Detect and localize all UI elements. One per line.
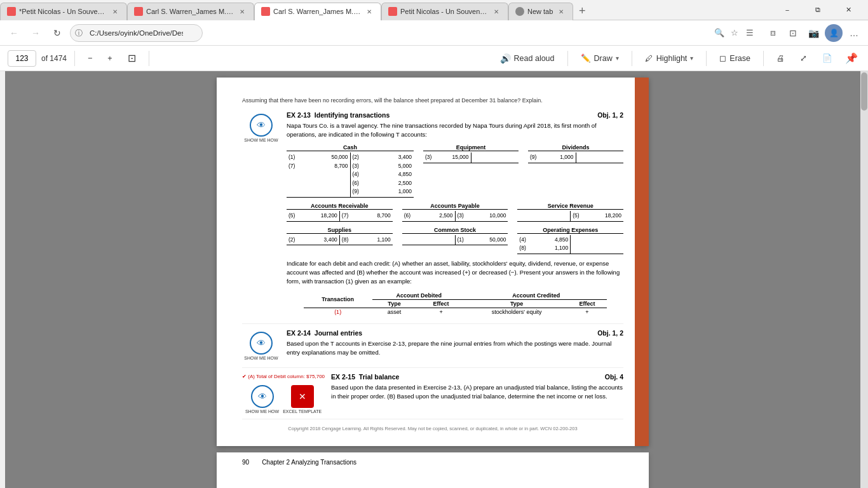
t-ar-7: (7)8,700 bbox=[342, 212, 391, 220]
t-sr-left bbox=[517, 211, 571, 221]
favorites-icon[interactable]: ☆ bbox=[728, 27, 741, 39]
t-dividends-title: Dividends bbox=[528, 144, 623, 151]
t-cash-r6: (6)2,500 bbox=[353, 179, 412, 188]
pin-button[interactable]: 📌 bbox=[843, 50, 860, 67]
draw-button[interactable]: ✏️ Draw ▾ bbox=[576, 50, 624, 67]
divider-2 bbox=[242, 367, 623, 368]
new-tab-button[interactable]: + bbox=[573, 3, 591, 20]
erase-label: Erase bbox=[729, 54, 750, 63]
ex213-content: EX 2-13 Identifying transactions Obj. 1,… bbox=[287, 111, 623, 318]
tab-title-4: Petit Nicolas - Un Souvenir.pdf bbox=[400, 8, 488, 15]
refresh-button[interactable]: ↻ bbox=[48, 24, 66, 42]
td-debit-effect-1: + bbox=[416, 308, 466, 316]
erase-button[interactable]: ◻ Erase bbox=[714, 50, 756, 67]
tab-warren-1[interactable]: Carl S. Warren_James M. Reev... ✕ bbox=[127, 3, 254, 20]
t-div-right bbox=[576, 152, 624, 163]
show-me-how-213[interactable]: 👁 SHOW ME HOW bbox=[242, 111, 280, 318]
zoom-out-button[interactable]: − bbox=[83, 50, 97, 67]
ex215-icons-row: 👁 SHOW ME HOW ✕ EXCEL TEMPLATE bbox=[245, 385, 322, 414]
t-equip-right bbox=[471, 152, 519, 163]
tab-favicon-2 bbox=[134, 7, 143, 16]
ex215-number: EX 2-15 Trial balance bbox=[331, 373, 399, 381]
info-icon: ⓘ bbox=[75, 27, 83, 38]
excel-template-215[interactable]: ✕ EXCEL TEMPLATE bbox=[283, 385, 322, 414]
tab-petit-nicolas-1[interactable]: *Petit Nicolas - Un Souvenir.p... ✕ bbox=[0, 3, 127, 20]
split-screen-icon[interactable]: ⊡ bbox=[784, 24, 802, 42]
th-debit-type: Type bbox=[372, 299, 416, 308]
t-oe-title: Operating Expenses bbox=[517, 227, 623, 234]
tab-close-1[interactable]: ✕ bbox=[110, 6, 120, 17]
draw-chevron: ▾ bbox=[616, 55, 619, 62]
fullscreen-button[interactable]: ⤢ bbox=[795, 50, 812, 67]
t-cash-r9: (9)1,000 bbox=[353, 187, 412, 196]
back-button[interactable]: ← bbox=[5, 24, 23, 42]
excel-label-215: EXCEL TEMPLATE bbox=[283, 409, 322, 414]
minimize-button[interactable]: − bbox=[773, 0, 802, 20]
table-row-1: (1) asset + stockholders' equity + bbox=[304, 308, 607, 316]
search-icon[interactable]: 🔍 bbox=[713, 27, 726, 39]
show-me-label-215: SHOW ME HOW bbox=[245, 409, 279, 414]
right-scrollbar[interactable] bbox=[860, 71, 868, 488]
t-sup-8: (8)1,100 bbox=[342, 236, 391, 245]
reading-view-button[interactable]: 📄 bbox=[817, 50, 837, 67]
show-me-label-214: SHOW ME HOW bbox=[244, 356, 278, 360]
page-number-input[interactable] bbox=[8, 50, 36, 67]
t-equip-3: (3)15,000 bbox=[425, 153, 469, 162]
show-me-how-icon-215: 👁 bbox=[251, 385, 274, 408]
th-account-credited: Account Credited bbox=[466, 292, 607, 300]
tab-new-tab[interactable]: New tab ✕ bbox=[508, 3, 573, 20]
tab-petit-nicolas-2[interactable]: Petit Nicolas - Un Souvenir.pdf ✕ bbox=[381, 3, 508, 20]
screenshots-icon[interactable]: 📷 bbox=[804, 24, 822, 42]
tab-title-1: *Petit Nicolas - Un Souvenir.p... bbox=[19, 8, 107, 15]
read-aloud-icon: 🔊 bbox=[500, 53, 511, 64]
th-credit-effect: Effect bbox=[567, 299, 606, 308]
t-account-oe: Operating Expenses (4)4,850 (8)1,100 bbox=[517, 227, 623, 254]
highlight-button[interactable]: 🖊 Highlight ▾ bbox=[640, 50, 699, 67]
show-me-how-214[interactable]: 👁 SHOW ME HOW bbox=[242, 329, 280, 363]
tab-favicon-4 bbox=[388, 7, 397, 16]
profile-button[interactable]: 👤 bbox=[825, 24, 843, 42]
t-accounts-row2: Accounts Receivable (5)18,200 (7)8,700 bbox=[287, 203, 623, 222]
print-button[interactable]: 🖨 bbox=[771, 50, 790, 67]
tab-close-3[interactable]: ✕ bbox=[364, 6, 374, 17]
tab-close-5[interactable]: ✕ bbox=[556, 6, 566, 17]
t-account-ar: Accounts Receivable (5)18,200 (7)8,700 bbox=[287, 203, 393, 222]
fit-button[interactable]: ⊡ bbox=[123, 50, 141, 67]
restore-button[interactable]: ⧉ bbox=[803, 0, 832, 20]
show-me-how-215[interactable]: 👁 SHOW ME HOW bbox=[245, 385, 279, 414]
read-aloud-label: Read aloud bbox=[514, 54, 555, 63]
read-aloud-button[interactable]: 🔊 Read aloud bbox=[495, 50, 560, 67]
ex215-title: EX 2-15 Trial balance Obj. 4 bbox=[331, 373, 623, 381]
ex213-section: 👁 SHOW ME HOW EX 2-13 Identifying transa… bbox=[242, 111, 623, 318]
main-content: Assuming that there have been no recordi… bbox=[0, 71, 868, 488]
tab-close-4[interactable]: ✕ bbox=[491, 6, 501, 17]
settings-icon[interactable]: … bbox=[845, 24, 863, 42]
t-account-equipment: Equipment (3)15,000 bbox=[423, 144, 519, 198]
ex213-description: Napa Tours Co. is a travel agency. The n… bbox=[287, 121, 623, 140]
scrollbar-thumb[interactable] bbox=[861, 72, 867, 111]
zoom-in-button[interactable]: + bbox=[102, 50, 117, 67]
ex214-section: 👁 SHOW ME HOW EX 2-14 Journal entries Ob… bbox=[242, 329, 623, 363]
t-account-sr: Service Revenue (5)18,200 bbox=[517, 203, 623, 222]
t-ap-right: (3)10,000 bbox=[456, 211, 508, 221]
collections-icon[interactable]: ⧈ bbox=[764, 24, 782, 42]
t-ar-title: Accounts Receivable bbox=[287, 203, 393, 210]
table-header-row: Transaction Account Debited Account Cred… bbox=[304, 292, 607, 300]
tab-close-2[interactable]: ✕ bbox=[237, 6, 247, 17]
pdf-page-123: Assuming that there have been no recordi… bbox=[217, 78, 649, 446]
address-input[interactable] bbox=[70, 24, 203, 42]
tab-warren-2[interactable]: Carl S. Warren_James M. Reev... ✕ bbox=[254, 3, 381, 20]
t-oe-4: (4)4,850 bbox=[519, 236, 568, 245]
reading-view-icon[interactable]: ☰ bbox=[743, 27, 756, 39]
t-cs-right: (1)50,000 bbox=[456, 235, 508, 245]
forward-button[interactable]: → bbox=[27, 24, 44, 42]
pdf-toolbar: of 1474 − + ⊡ 🔊 Read aloud ✏️ Draw ▾ 🖊 H… bbox=[0, 46, 868, 71]
t-equip-left: (3)15,000 bbox=[423, 152, 471, 163]
ex213-obj: Obj. 1, 2 bbox=[597, 111, 623, 119]
t-ap-left: (6)2,500 bbox=[402, 211, 456, 221]
draw-label: Draw bbox=[594, 54, 613, 63]
page-total: of 1474 bbox=[41, 54, 67, 63]
title-bar: *Petit Nicolas - Un Souvenir.p... ✕ Carl… bbox=[0, 0, 868, 20]
close-button[interactable]: ✕ bbox=[834, 0, 863, 20]
t-account-cash: Cash (1)50,000 (7)8,700 (2)3,400 (3)5,00… bbox=[287, 144, 414, 198]
